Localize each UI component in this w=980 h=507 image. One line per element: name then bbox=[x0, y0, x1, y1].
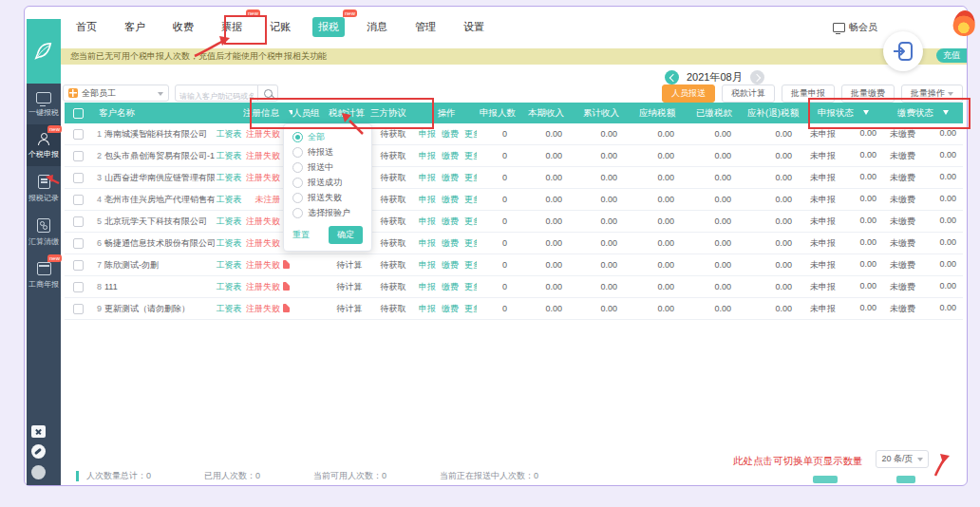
tax-calc-button[interactable]: 税款计算 bbox=[722, 84, 775, 103]
bulk-declare-button[interactable]: 批量申报 bbox=[782, 84, 835, 103]
page-size-select[interactable]: 20 条/页 bbox=[876, 450, 929, 468]
more-link[interactable]: 更多 bbox=[464, 195, 477, 204]
salary-sheet-link[interactable]: 工资表 bbox=[217, 195, 242, 204]
col-staff-group[interactable]: 人员组 bbox=[292, 103, 329, 123]
radio-icon[interactable] bbox=[292, 147, 303, 158]
salary-sheet-link[interactable]: 工资表 bbox=[217, 238, 242, 248]
error-doc-icon[interactable] bbox=[283, 304, 290, 312]
salary-sheet-link[interactable]: 工资表 bbox=[217, 129, 242, 139]
cutoff-link[interactable] bbox=[896, 476, 915, 483]
confirm-button[interactable]: 确定 bbox=[329, 226, 363, 244]
sidebar-item[interactable]: 一键报税 bbox=[27, 84, 61, 124]
cutoff-link[interactable] bbox=[813, 476, 838, 483]
col-tax-calc[interactable]: 税款计算 bbox=[329, 103, 370, 123]
dropdown-option[interactable]: 选择报验户 bbox=[284, 205, 371, 220]
login-export-badge[interactable] bbox=[883, 31, 923, 71]
more-link[interactable]: 更多 bbox=[464, 129, 477, 139]
col-reg-info[interactable]: 注册信息 bbox=[243, 103, 292, 123]
bulk-pay-button[interactable]: 批量缴费 bbox=[841, 84, 895, 103]
more-link[interactable]: 更多 bbox=[464, 173, 477, 182]
pay-link[interactable]: 缴费 bbox=[442, 282, 459, 291]
declare-link[interactable]: 申报 bbox=[419, 282, 436, 291]
select-all-checkbox[interactable] bbox=[73, 108, 84, 119]
more-link[interactable]: 更多 bbox=[464, 304, 477, 313]
more-link[interactable]: 更多 bbox=[464, 151, 477, 160]
row-checkbox[interactable] bbox=[73, 282, 84, 292]
dropdown-option[interactable]: 待报送 bbox=[284, 144, 371, 160]
more-link[interactable]: 更多 bbox=[464, 282, 477, 291]
pay-link[interactable]: 缴费 bbox=[442, 195, 459, 204]
export-tool-icon[interactable] bbox=[31, 425, 46, 438]
row-checkbox[interactable] bbox=[73, 195, 84, 205]
filter-funnel-icon[interactable] bbox=[289, 110, 292, 118]
dropdown-option[interactable]: 报送成功 bbox=[284, 175, 371, 190]
pay-link[interactable]: 缴费 bbox=[442, 173, 459, 182]
sidebar-item[interactable]: new 个税申报 bbox=[27, 124, 61, 166]
col-agreement[interactable]: 三方协议 bbox=[370, 103, 416, 123]
error-doc-icon[interactable] bbox=[283, 260, 290, 269]
row-checkbox[interactable] bbox=[73, 304, 84, 314]
declare-link[interactable]: 申报 bbox=[419, 151, 436, 160]
row-checkbox[interactable] bbox=[73, 173, 84, 183]
bulk-ops-button[interactable]: 批量操作 bbox=[901, 84, 963, 103]
filter-funnel-icon[interactable] bbox=[863, 110, 869, 118]
salary-sheet-link[interactable]: 工资表 bbox=[217, 216, 242, 226]
more-link[interactable]: 更多 bbox=[464, 216, 477, 226]
radio-icon[interactable] bbox=[292, 193, 303, 203]
dropdown-option[interactable]: 全部 bbox=[284, 129, 371, 144]
sidebar-item[interactable]: 报税记录 bbox=[27, 166, 61, 210]
declare-link[interactable]: 申报 bbox=[419, 195, 436, 204]
help-icon[interactable] bbox=[31, 465, 46, 479]
salary-sheet-link[interactable]: 工资表 bbox=[217, 173, 242, 182]
error-doc-icon[interactable] bbox=[283, 282, 290, 291]
next-month-button[interactable] bbox=[750, 70, 764, 84]
nav-item[interactable]: 记账 bbox=[264, 17, 296, 37]
app-logo[interactable] bbox=[27, 19, 61, 84]
nav-item[interactable]: 消息 bbox=[361, 17, 393, 37]
member-entry[interactable]: 畅会员 bbox=[833, 21, 877, 34]
row-checkbox[interactable] bbox=[73, 216, 84, 227]
salary-sheet-link[interactable]: 工资表 bbox=[217, 151, 242, 160]
search-button[interactable] bbox=[257, 84, 278, 102]
radio-icon[interactable] bbox=[292, 162, 303, 173]
nav-item[interactable]: 首页 bbox=[70, 17, 103, 37]
pay-link[interactable]: 缴费 bbox=[442, 216, 459, 226]
pay-link[interactable]: 缴费 bbox=[442, 151, 459, 160]
nav-item[interactable]: 报税 new bbox=[312, 17, 345, 37]
prev-month-button[interactable] bbox=[665, 70, 679, 84]
declare-link[interactable]: 申报 bbox=[419, 216, 436, 226]
dropdown-option[interactable]: 报送中 bbox=[284, 160, 371, 175]
recharge-pill[interactable]: 充值 bbox=[936, 48, 967, 63]
filter-funnel-icon[interactable] bbox=[943, 110, 949, 118]
declare-link[interactable]: 申报 bbox=[419, 304, 436, 313]
declare-link[interactable]: 申报 bbox=[419, 129, 436, 139]
row-checkbox[interactable] bbox=[73, 238, 84, 249]
declare-link[interactable]: 申报 bbox=[419, 260, 436, 270]
row-checkbox[interactable] bbox=[73, 260, 84, 271]
staff-submit-button[interactable]: 人员报送 bbox=[662, 84, 715, 103]
phone-support-icon[interactable] bbox=[31, 444, 46, 459]
reset-button[interactable]: 重置 bbox=[292, 229, 310, 241]
salary-sheet-link[interactable]: 工资表 bbox=[217, 282, 242, 291]
col-pay-status[interactable]: 缴费状态 bbox=[883, 103, 963, 123]
radio-icon[interactable] bbox=[292, 132, 303, 142]
pay-link[interactable]: 缴费 bbox=[442, 260, 459, 270]
search-input[interactable] bbox=[176, 89, 257, 104]
pay-link[interactable]: 缴费 bbox=[442, 238, 459, 248]
col-declare-status[interactable]: 申报状态 bbox=[803, 103, 883, 123]
row-checkbox[interactable] bbox=[73, 129, 84, 140]
more-link[interactable]: 更多 bbox=[464, 260, 477, 270]
nav-item[interactable]: 票据 new bbox=[216, 17, 248, 37]
salary-sheet-link[interactable]: 工资表 bbox=[217, 260, 242, 270]
more-link[interactable]: 更多 bbox=[464, 238, 477, 248]
employee-filter-select[interactable]: 全部员工 bbox=[63, 84, 169, 102]
radio-icon[interactable] bbox=[292, 208, 303, 218]
radio-icon[interactable] bbox=[292, 178, 303, 188]
sidebar-item[interactable]: 汇算清缴 bbox=[27, 210, 61, 254]
nav-item[interactable]: 客户 bbox=[119, 17, 151, 37]
declare-link[interactable]: 申报 bbox=[419, 173, 436, 182]
dropdown-option[interactable]: 报送失败 bbox=[284, 190, 371, 205]
row-checkbox[interactable] bbox=[73, 151, 84, 161]
declare-link[interactable]: 申报 bbox=[419, 238, 436, 248]
salary-sheet-link[interactable]: 工资表 bbox=[217, 304, 242, 313]
